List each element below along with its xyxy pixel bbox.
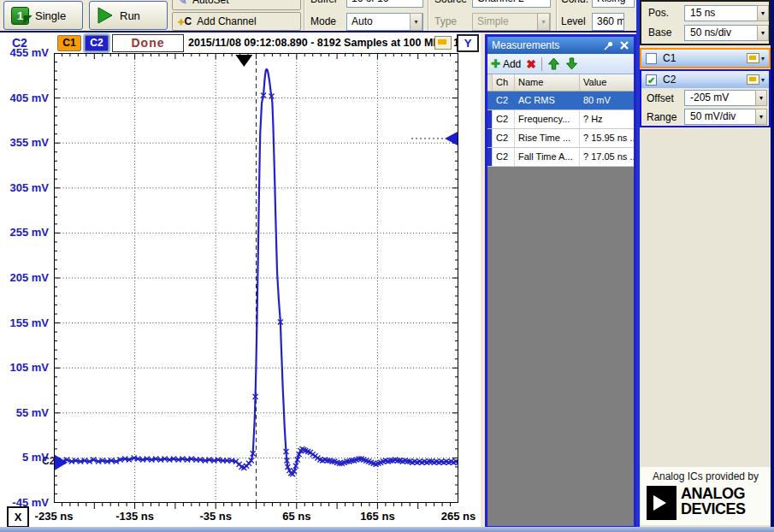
column-header-name[interactable]: Name <box>515 74 580 91</box>
source-input[interactable]: Channel 2 <box>472 0 551 8</box>
channel-c2-header[interactable]: ✔ C2 ▾ <box>641 71 769 88</box>
cell-value: ? 17.05 ns ... <box>580 148 634 166</box>
measurements-table-header: Ch Name Value <box>487 74 634 92</box>
plot-svg[interactable] <box>54 53 458 511</box>
add-channel-icon: ✚C <box>178 15 192 27</box>
c2-ground-marker <box>55 455 68 470</box>
cond-label: Cond. <box>561 0 588 5</box>
y-tick-label: 155 mV <box>0 316 49 329</box>
c2-checkbox[interactable]: ✔ <box>646 74 657 86</box>
tab-c1[interactable]: C1 <box>57 35 81 51</box>
x-tick-label: -35 ns <box>181 510 250 523</box>
c1-label: C1 <box>663 52 676 64</box>
single-button[interactable]: 1◤ Single <box>3 1 83 30</box>
c2-label: C2 <box>663 74 676 86</box>
pos-caret-icon[interactable]: ▾ <box>757 5 769 21</box>
base-select[interactable]: 50 ns/div <box>684 25 758 41</box>
pos-label: Pos. <box>648 7 669 19</box>
timebase-box: Pos. 15 ns ▾ Base 50 ns/div ▾ <box>640 0 771 45</box>
level-input[interactable]: 360 mV <box>592 13 624 31</box>
buffer-label: Buffer <box>310 0 338 5</box>
range-select[interactable]: 50 mV/div <box>684 109 756 125</box>
c1-options-button[interactable]: ▾ <box>747 53 765 63</box>
adi-triangle-icon <box>653 495 666 511</box>
measurement-row[interactable]: C2AC RMS80 mV <box>487 92 634 110</box>
y-tick-label: 305 mV <box>0 181 49 194</box>
close-plot-button[interactable]: X <box>7 506 29 528</box>
toolbar-separator <box>428 0 429 33</box>
toolbar-separator <box>556 0 558 33</box>
x-tick-label: -235 ns <box>20 510 88 523</box>
cell-name: Rise Time ... <box>515 129 580 147</box>
run-play-icon <box>97 6 114 25</box>
c2-options-button[interactable]: ▾ <box>747 74 765 85</box>
oscilloscope-app: 1◤ Single Run ✎ AutoSet ✚C Add Channel B… <box>0 0 774 532</box>
branding-panel: Analog ICs provided by ANALOG DEVICES <box>641 467 771 525</box>
type-label: Type <box>434 15 457 27</box>
c2-ground-label: C2 <box>42 455 55 467</box>
column-header-value[interactable]: Value <box>580 74 634 91</box>
delete-measurement-icon[interactable]: ✖ <box>526 57 536 71</box>
close-panel-icon[interactable] <box>619 40 629 50</box>
c2-options-caret-icon: ▾ <box>761 76 765 84</box>
channel-options-icon <box>747 53 759 63</box>
mode-label: Mode <box>310 15 336 27</box>
single-trigger-icon: 1◤ <box>11 7 29 25</box>
y-tick-label: 255 mV <box>0 226 49 239</box>
pos-select[interactable]: 15 ns <box>684 5 758 21</box>
offset-label: Offset <box>647 92 674 104</box>
move-down-icon[interactable] <box>565 57 578 70</box>
cell-name: Fall Time A... <box>515 148 580 166</box>
offset-select[interactable]: -205 mV <box>684 90 756 106</box>
column-header-ch[interactable]: Ch <box>493 74 515 91</box>
capture-info: 2015/11/08 09:12:08.890 - 8192 Samples a… <box>188 37 440 49</box>
measurements-panel: Measurements ✚ Add ✖ <box>485 34 636 529</box>
trigger-time-marker <box>235 55 252 67</box>
y-tick-label: 205 mV <box>0 271 49 284</box>
measurements-title: Measurements <box>492 39 602 51</box>
move-up-icon[interactable] <box>547 57 560 70</box>
export-icon[interactable] <box>434 36 452 50</box>
y-tick-label: 105 mV <box>0 361 49 374</box>
y-autoscale-button[interactable]: Y <box>457 34 479 52</box>
add-measurement-button[interactable]: ✚ Add <box>491 57 521 70</box>
adi-logo-line2: DEVICES <box>681 500 746 518</box>
run-button[interactable]: Run <box>89 1 168 30</box>
type-caret-icon: ▾ <box>537 13 550 31</box>
measurement-row[interactable]: C2Rise Time ...? 15.95 ns ... <box>487 129 634 148</box>
range-caret-icon[interactable]: ▾ <box>755 109 767 125</box>
mode-caret-icon[interactable]: ▾ <box>410 13 422 31</box>
single-button-label: Single <box>35 9 66 22</box>
measurements-toolbar: ✚ Add ✖ <box>487 54 634 74</box>
cell-value: 80 mV <box>580 92 634 109</box>
add-measurement-label: Add <box>503 58 521 70</box>
measurement-row[interactable]: C2Fall Time A...? 17.05 ns ... <box>487 148 634 167</box>
y-tick-label: 455 mV <box>0 46 49 59</box>
cond-input[interactable]: Rising <box>592 0 635 8</box>
toolbar: 1◤ Single Run ✎ AutoSet ✚C Add Channel B… <box>0 0 636 33</box>
c1-options-caret-icon: ▾ <box>761 55 765 62</box>
pin-icon[interactable] <box>602 40 614 51</box>
add-icon: ✚ <box>491 57 500 70</box>
window-bottom-edge <box>0 527 774 532</box>
add-channel-button-label: Add Channel <box>197 15 256 27</box>
autoset-pen-icon: ✎ <box>178 0 187 7</box>
c1-checkbox[interactable] <box>646 53 657 64</box>
measurement-row[interactable]: C2Frequency...? Hz <box>487 110 634 129</box>
adi-logo-icon <box>647 486 677 520</box>
cell-ch: C2 <box>493 129 515 147</box>
cell-value: ? Hz <box>580 110 634 128</box>
base-caret-icon[interactable]: ▾ <box>757 25 769 41</box>
add-channel-button[interactable]: ✚C Add Channel <box>172 12 301 31</box>
offset-caret-icon[interactable]: ▾ <box>755 90 767 106</box>
x-tick-label: 165 ns <box>343 510 411 523</box>
level-label: Level <box>561 15 586 27</box>
measurements-titlebar[interactable]: Measurements <box>487 37 634 54</box>
tab-c2[interactable]: C2 <box>85 35 109 51</box>
range-label: Range <box>647 111 677 123</box>
y-tick-label: 355 mV <box>0 136 49 149</box>
cell-name: Frequency... <box>515 110 580 128</box>
autoset-button[interactable]: ✎ AutoSet <box>172 0 301 10</box>
base-label: Base <box>648 27 671 38</box>
channel-c1-strip[interactable]: C1 ▾ <box>640 48 771 68</box>
